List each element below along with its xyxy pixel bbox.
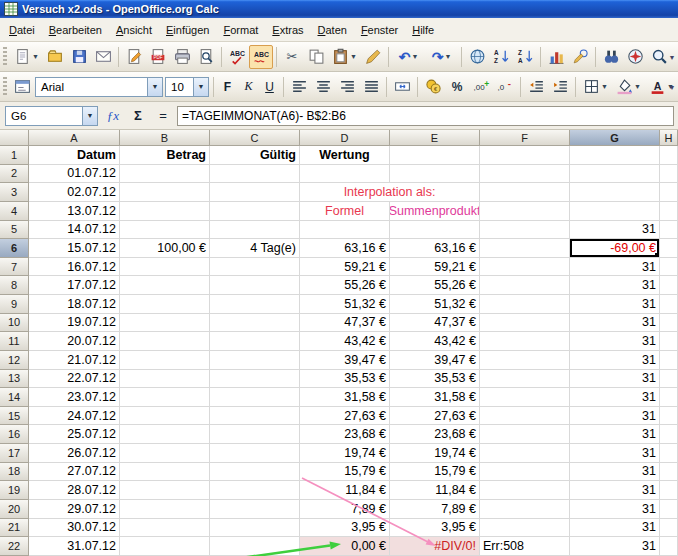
cell-E8[interactable]: 55,26 €: [390, 276, 480, 295]
cell-C1[interactable]: Gültig: [210, 146, 300, 165]
cell-D22[interactable]: 0,00 €: [300, 537, 390, 556]
cell-F20[interactable]: [480, 500, 570, 519]
cell-C11[interactable]: [210, 332, 300, 351]
cell-B21[interactable]: [120, 519, 210, 538]
column-header-H[interactable]: H: [660, 130, 678, 146]
cell-H3[interactable]: [660, 183, 678, 202]
row-header-9[interactable]: 9: [0, 295, 29, 314]
cell-H21[interactable]: [660, 519, 678, 538]
cell-F8[interactable]: [480, 276, 570, 295]
align-justify-icon[interactable]: [359, 75, 383, 99]
add-decimal-icon[interactable]: ,00+: [469, 75, 493, 99]
cell-D19[interactable]: 11,84 €: [300, 481, 390, 500]
underline-button[interactable]: U: [259, 75, 280, 99]
menu-extras[interactable]: Extras: [265, 20, 310, 40]
cell-G11[interactable]: 31: [570, 332, 660, 351]
menu-fenster[interactable]: Fenster: [354, 20, 405, 40]
insert-chart-icon[interactable]: [544, 45, 568, 69]
cell-reference-box[interactable]: G6 ▼: [5, 106, 98, 126]
column-header-A[interactable]: A: [29, 130, 120, 146]
cell-D12[interactable]: 39,47 €: [300, 351, 390, 370]
cell-B8[interactable]: [120, 276, 210, 295]
cell-D11[interactable]: 43,42 €: [300, 332, 390, 351]
draw-functions-icon[interactable]: [568, 45, 592, 69]
cell-A20[interactable]: 29.07.12: [29, 500, 120, 519]
cell-F1[interactable]: [480, 146, 570, 165]
cell-G9[interactable]: 31: [570, 295, 660, 314]
cell-C13[interactable]: [210, 370, 300, 389]
cell-A1[interactable]: Datum: [29, 146, 120, 165]
menu-bearbeiten[interactable]: Bearbeiten: [42, 20, 109, 40]
percent-format-icon[interactable]: %: [445, 75, 469, 99]
cell-F19[interactable]: [480, 481, 570, 500]
cell-E7[interactable]: 59,21 €: [390, 258, 480, 277]
copy-icon[interactable]: [304, 45, 328, 69]
cell-G16[interactable]: 31: [570, 425, 660, 444]
cell-H8[interactable]: [660, 276, 678, 295]
row-header-19[interactable]: 19: [0, 481, 29, 500]
cell-H5[interactable]: [660, 221, 678, 240]
currency-format-icon[interactable]: €: [421, 75, 445, 99]
cell-H18[interactable]: [660, 463, 678, 482]
font-size-combo[interactable]: 10▼: [165, 77, 209, 97]
cell-C9[interactable]: [210, 295, 300, 314]
cell-B18[interactable]: [120, 463, 210, 482]
cell-C12[interactable]: [210, 351, 300, 370]
cell-E12[interactable]: 39,47 €: [390, 351, 480, 370]
cell-H1[interactable]: [660, 146, 678, 165]
font-name-combo-dropdown-icon[interactable]: ▼: [147, 78, 162, 96]
cell-B16[interactable]: [120, 425, 210, 444]
menu-ansicht[interactable]: Ansicht: [109, 20, 159, 40]
cell-A5[interactable]: 14.07.12: [29, 221, 120, 240]
align-right-icon[interactable]: [335, 75, 359, 99]
cell-A14[interactable]: 23.07.12: [29, 388, 120, 407]
menu-format[interactable]: Format: [216, 20, 265, 40]
italic-button[interactable]: K: [238, 75, 259, 99]
cell-G18[interactable]: 31: [570, 463, 660, 482]
cell-D14[interactable]: 31,58 €: [300, 388, 390, 407]
cell-D8[interactable]: 55,26 €: [300, 276, 390, 295]
menu-hilfe[interactable]: Hilfe: [405, 20, 441, 40]
row-header-18[interactable]: 18: [0, 463, 29, 482]
cell-C19[interactable]: [210, 481, 300, 500]
cell-H20[interactable]: [660, 500, 678, 519]
cell-H2[interactable]: [660, 165, 678, 184]
cell-H9[interactable]: [660, 295, 678, 314]
cell-A10[interactable]: 19.07.12: [29, 314, 120, 333]
cell-C7[interactable]: [210, 258, 300, 277]
cell-G15[interactable]: 31: [570, 407, 660, 426]
row-header-22[interactable]: 22: [0, 537, 29, 556]
cell-D10[interactable]: 47,37 €: [300, 314, 390, 333]
cell-E20[interactable]: 7,89 €: [390, 500, 480, 519]
cell-C17[interactable]: [210, 444, 300, 463]
column-header-F[interactable]: F: [480, 130, 570, 146]
new-document-icon[interactable]: ▼: [10, 45, 43, 69]
cell-E5[interactable]: [390, 221, 480, 240]
cell-C20[interactable]: [210, 500, 300, 519]
cell-H4[interactable]: [660, 202, 678, 221]
cell-B4[interactable]: [120, 202, 210, 221]
row-header-13[interactable]: 13: [0, 370, 29, 389]
print-icon[interactable]: [170, 45, 194, 69]
row-header-17[interactable]: 17: [0, 444, 29, 463]
cell-F22[interactable]: Err:508: [480, 537, 570, 556]
cell-B9[interactable]: [120, 295, 210, 314]
cell-F4[interactable]: [480, 202, 570, 221]
row-header-20[interactable]: 20: [0, 500, 29, 519]
column-header-B[interactable]: B: [120, 130, 210, 146]
cell-F12[interactable]: [480, 351, 570, 370]
cell-A7[interactable]: 16.07.12: [29, 258, 120, 277]
cell-D9[interactable]: 51,32 €: [300, 295, 390, 314]
toolbar-options-icon[interactable]: ▼: [666, 44, 678, 70]
cell-G2[interactable]: [570, 165, 660, 184]
cell-H7[interactable]: [660, 258, 678, 277]
cell-E4[interactable]: Summenprodukt: [390, 202, 480, 221]
cell-B11[interactable]: [120, 332, 210, 351]
cell-B10[interactable]: [120, 314, 210, 333]
cell-G13[interactable]: 31: [570, 370, 660, 389]
cell-F11[interactable]: [480, 332, 570, 351]
cell-A19[interactable]: 28.07.12: [29, 481, 120, 500]
cell-B22[interactable]: [120, 537, 210, 556]
cell-G12[interactable]: 31: [570, 351, 660, 370]
cell-H16[interactable]: [660, 425, 678, 444]
